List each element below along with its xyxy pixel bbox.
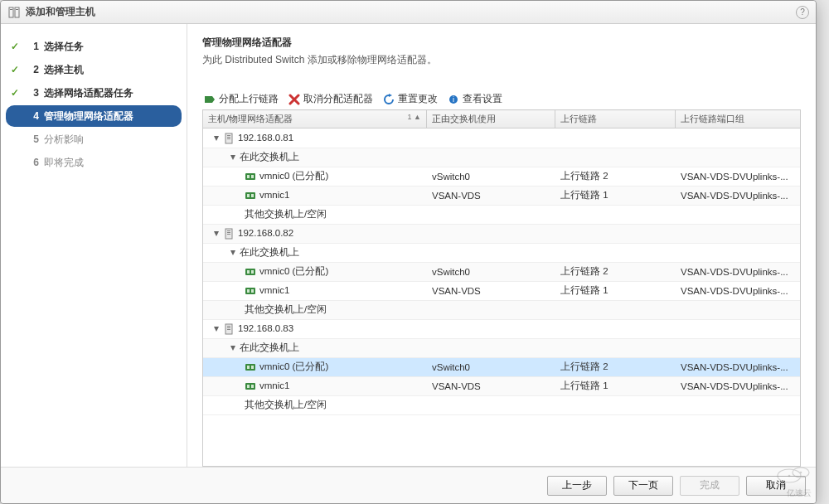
unassign-icon: [288, 94, 300, 105]
dialog-title: 添加和管理主机: [26, 5, 95, 19]
svg-rect-22: [247, 270, 250, 274]
svg-rect-4: [205, 96, 212, 103]
svg-rect-13: [251, 175, 254, 178]
next-button[interactable]: 下一页: [613, 476, 673, 496]
reset-label: 重置更改: [398, 92, 438, 106]
assign-uplink-icon: [204, 94, 216, 105]
reset-button[interactable]: 重置更改: [383, 92, 438, 106]
host-row[interactable]: ▾192.168.0.81: [203, 128, 800, 148]
assign-uplink-button[interactable]: 分配上行链路: [204, 92, 279, 106]
svg-rect-26: [251, 289, 254, 293]
footer: 上一步 下一页 完成 取消: [1, 467, 816, 503]
svg-rect-31: [245, 364, 255, 371]
col-uplink[interactable]: 上行链路: [555, 110, 676, 128]
hosts-icon: [7, 6, 21, 19]
step-4[interactable]: 4管理物理网络适配器: [6, 105, 182, 127]
svg-rect-0: [9, 7, 13, 17]
svg-rect-1: [15, 7, 19, 17]
nic-icon: [245, 381, 256, 391]
svg-rect-21: [245, 269, 255, 275]
host-row[interactable]: ▾192.168.0.82: [203, 224, 800, 243]
collapse-toggle[interactable]: ▾: [211, 132, 221, 143]
svg-rect-20: [227, 234, 230, 235]
check-icon: ✓: [11, 87, 22, 99]
svg-rect-16: [251, 194, 254, 197]
nic-row[interactable]: vmnic1VSAN-VDS上行链路 1VSAN-VDS-DVUplinks-.…: [203, 376, 800, 395]
svg-rect-24: [245, 288, 255, 294]
step-3[interactable]: ✓3选择网络适配器任务: [6, 82, 182, 104]
table-body-wrap: ▾192.168.0.81▾在此交换机上vmnic0 (已分配)vSwitch0…: [202, 128, 801, 467]
svg-rect-19: [227, 232, 230, 233]
svg-rect-34: [245, 383, 255, 390]
help-icon[interactable]: ?: [796, 6, 809, 19]
group-row[interactable]: ▾在此交换机上: [203, 338, 800, 357]
nic-icon: [245, 267, 256, 277]
host-icon: [223, 133, 235, 144]
svg-rect-15: [247, 194, 250, 197]
main-panel: 管理物理网络适配器 为此 Distributed Switch 添加或移除物理网…: [187, 24, 816, 467]
collapse-toggle[interactable]: ▾: [211, 227, 221, 239]
unassign-label: 取消分配适配器: [303, 92, 373, 106]
cancel-button[interactable]: 取消: [746, 476, 806, 496]
col-host[interactable]: 主机/物理网络适配器: [203, 110, 427, 128]
svg-rect-25: [247, 289, 250, 293]
reset-icon: [383, 94, 395, 105]
check-icon: ✓: [11, 64, 22, 75]
table-row[interactable]: 其他交换机上/空闲: [203, 205, 800, 224]
svg-rect-8: [227, 135, 230, 136]
svg-rect-10: [227, 138, 230, 139]
collapse-toggle[interactable]: ▾: [228, 342, 238, 353]
nic-row[interactable]: vmnic1VSAN-VDS上行链路 1VSAN-VDS-DVUplinks-.…: [203, 281, 800, 300]
view-settings-label: 查看设置: [463, 92, 502, 106]
svg-rect-18: [227, 230, 230, 231]
col-inuse[interactable]: 正由交换机使用: [427, 110, 555, 128]
step-1[interactable]: ✓1选择任务: [6, 36, 182, 57]
table-row[interactable]: 其他交换机上/空闲: [203, 395, 800, 414]
page-title: 管理物理网络适配器: [202, 36, 801, 50]
nic-row[interactable]: vmnic0 (已分配)vSwitch0上行链路 2VSAN-VDS-DVUpl…: [203, 357, 800, 376]
svg-rect-12: [247, 175, 250, 178]
nic-row[interactable]: vmnic1VSAN-VDS上行链路 1VSAN-VDS-DVUplinks-.…: [203, 186, 800, 205]
wizard-steps: ✓1选择任务 ✓2选择主机 ✓3选择网络适配器任务 4管理物理网络适配器 5分析…: [1, 24, 187, 467]
host-icon: [223, 228, 235, 240]
back-button[interactable]: 上一步: [547, 476, 607, 496]
view-settings-button[interactable]: i 查看设置: [448, 92, 502, 106]
collapse-toggle[interactable]: ▾: [228, 151, 238, 162]
unassign-button[interactable]: 取消分配适配器: [288, 92, 373, 106]
svg-rect-33: [251, 366, 254, 369]
host-row[interactable]: ▾192.168.0.83: [203, 319, 800, 338]
nic-icon: [245, 286, 256, 296]
table-body: ▾192.168.0.81▾在此交换机上vmnic0 (已分配)vSwitch0…: [203, 128, 800, 414]
svg-rect-23: [251, 270, 254, 274]
svg-text:i: i: [453, 95, 454, 104]
svg-rect-2: [10, 9, 12, 10]
step-2[interactable]: ✓2选择主机: [6, 59, 182, 80]
collapse-toggle[interactable]: ▾: [228, 246, 238, 258]
page-description: 为此 Distributed Switch 添加或移除物理网络适配器。: [202, 53, 801, 67]
nic-icon: [245, 191, 256, 201]
svg-rect-36: [251, 385, 254, 388]
view-settings-icon: i: [448, 94, 459, 105]
svg-rect-32: [247, 366, 250, 369]
nic-icon: [245, 362, 256, 372]
svg-rect-9: [227, 137, 230, 138]
nic-row[interactable]: vmnic0 (已分配)vSwitch0上行链路 2VSAN-VDS-DVUpl…: [203, 262, 800, 281]
table-row[interactable]: 其他交换机上/空闲: [203, 300, 800, 319]
group-row[interactable]: ▾在此交换机上: [203, 148, 800, 167]
step-5: 5分析影响: [6, 128, 182, 150]
nic-row[interactable]: vmnic0 (已分配)vSwitch0上行链路 2VSAN-VDS-DVUpl…: [203, 167, 800, 186]
svg-rect-29: [227, 327, 230, 328]
step-6: 6即将完成: [6, 152, 182, 173]
svg-rect-14: [245, 192, 255, 199]
group-row[interactable]: ▾在此交换机上: [203, 243, 800, 262]
svg-rect-11: [245, 173, 255, 180]
adapter-table: 主机/物理网络适配器 正由交换机使用 上行链路 上行链路端口组: [202, 109, 801, 128]
host-icon: [223, 323, 235, 335]
assign-uplink-label: 分配上行链路: [219, 92, 279, 106]
col-port[interactable]: 上行链路端口组: [676, 110, 801, 128]
svg-rect-3: [16, 9, 18, 10]
finish-button: 完成: [680, 476, 739, 496]
nic-icon: [245, 172, 256, 182]
svg-rect-35: [247, 385, 250, 388]
collapse-toggle[interactable]: ▾: [211, 322, 221, 334]
